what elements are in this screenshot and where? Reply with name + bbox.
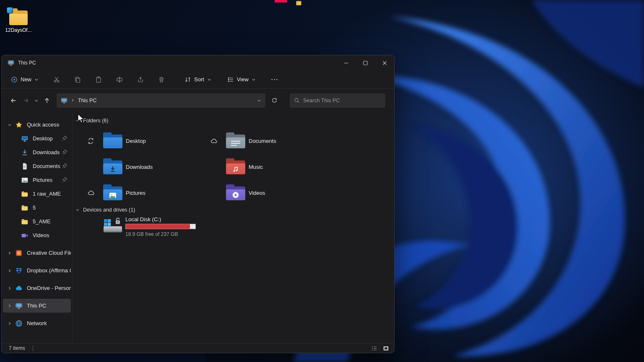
up-button[interactable]	[41, 94, 53, 107]
sidebar-item-label: Documents	[33, 163, 60, 169]
folder-tile-desktop[interactable]: Desktop	[87, 128, 210, 154]
delete-button[interactable]	[154, 73, 169, 86]
drive-free-space: 18.9 GB free of 237 GB	[125, 231, 178, 237]
chevron-down-icon	[34, 98, 39, 103]
close-button[interactable]	[375, 55, 394, 70]
forward-button[interactable]	[20, 94, 32, 107]
drive-name: Local Disk (C:)	[125, 216, 161, 222]
sidebar-item-quick-access[interactable]: Quick access	[3, 118, 71, 132]
this-pc-icon	[8, 59, 14, 66]
picture-icon	[21, 176, 29, 184]
recent-locations-button[interactable]	[32, 94, 41, 107]
sidebar-item-label: Dropbox (Affirma Cr	[27, 267, 71, 274]
search-box[interactable]	[290, 93, 385, 108]
sidebar-item-label: Creative Cloud Files	[27, 250, 71, 256]
chevron-right-icon[interactable]	[6, 269, 13, 273]
sync-status-icon	[87, 137, 94, 145]
search-icon	[294, 98, 300, 103]
breadcrumb-segment[interactable]: This PC	[78, 98, 96, 103]
folder-tile-music[interactable]: Music	[210, 154, 333, 180]
sidebar-item-downloads[interactable]: Downloads	[3, 145, 71, 159]
desktop-icon	[21, 135, 29, 142]
chevron-down-icon	[252, 78, 256, 82]
paste-button[interactable]	[91, 73, 106, 86]
search-input[interactable]	[303, 98, 381, 103]
chevron-right-icon[interactable]	[6, 251, 13, 255]
paste-icon	[95, 76, 102, 83]
video-icon	[21, 232, 29, 239]
sidebar-item-1-raw-ame[interactable]: 1 raw_AME	[3, 187, 71, 201]
sidebar-item-network[interactable]: Network	[3, 316, 71, 330]
folder-name: Documents	[249, 138, 276, 144]
view-button[interactable]: View	[223, 73, 260, 86]
sidebar-item-desktop[interactable]: Desktop	[3, 132, 71, 145]
more-options-button[interactable]: ⋯	[267, 73, 282, 86]
details-view-toggle[interactable]	[370, 344, 378, 352]
pin-icon	[61, 135, 68, 142]
mouse-cursor	[77, 113, 84, 124]
photo-glyph	[109, 192, 117, 199]
sidebar-item-videos[interactable]: Videos	[3, 228, 71, 242]
desktop-shortcut-12daysof[interactable]: 12DaysOf...	[3, 9, 34, 33]
windows-logo-icon	[104, 219, 111, 226]
folder-name: Desktop	[126, 138, 146, 144]
sidebar-item-onedrive[interactable]: OneDrive - Personal	[3, 281, 71, 295]
scissors-icon	[53, 76, 60, 83]
sidebar-item-5[interactable]: 5	[3, 201, 71, 215]
folder-icon-downloads	[103, 159, 122, 174]
sidebar-item-dropbox[interactable]: Dropbox (Affirma Cr	[3, 264, 71, 277]
sidebar-item-5-ame[interactable]: 5_AME	[3, 215, 71, 228]
folder-tile-downloads[interactable]: Downloads	[87, 154, 210, 180]
minimize-button[interactable]	[336, 55, 356, 70]
refresh-button[interactable]	[268, 94, 280, 107]
address-dropdown-icon[interactable]	[257, 98, 261, 103]
download-icon	[21, 149, 29, 156]
drive-usage-bar	[125, 224, 196, 229]
folder-tile-documents[interactable]: Documents	[210, 128, 333, 154]
sidebar-item-label: 5_AME	[33, 218, 51, 225]
copy-icon	[74, 76, 81, 83]
large-icons-view-toggle[interactable]	[382, 344, 390, 352]
sidebar-item-label: Pictures	[33, 177, 52, 183]
new-button[interactable]: New	[7, 73, 43, 86]
back-button[interactable]	[7, 94, 20, 107]
sidebar-item-pictures[interactable]: Pictures	[3, 173, 71, 187]
play-glyph	[232, 191, 239, 199]
cut-button[interactable]	[49, 73, 64, 86]
chevron-down-icon[interactable]	[6, 123, 13, 127]
folder-tile-pictures[interactable]: Pictures	[87, 180, 210, 206]
folder-icon-videos	[226, 185, 245, 200]
chevron-right-icon[interactable]	[6, 304, 13, 308]
folder-icon-documents	[226, 133, 245, 148]
chevron-right-icon[interactable]	[6, 286, 13, 290]
command-bar: New	[2, 70, 394, 89]
sidebar-item-documents[interactable]: Documents	[3, 159, 71, 173]
folders-grid: Desktop Documents	[87, 128, 333, 206]
chevron-down-icon	[75, 208, 80, 212]
file-explorer-window: This PC New	[1, 55, 395, 353]
address-breadcrumb[interactable]: This PC	[57, 93, 265, 108]
cloud-status-icon	[210, 138, 218, 144]
folder-icon	[21, 190, 29, 198]
sidebar-item-label: This PC	[27, 303, 46, 309]
sort-button[interactable]: Sort	[180, 73, 216, 86]
sidebar-item-label: 1 raw_AME	[33, 191, 61, 197]
chevron-down-icon	[34, 78, 39, 82]
view-icon	[227, 76, 234, 83]
copy-button[interactable]	[70, 73, 85, 86]
devices-section-header[interactable]: Devices and drives (1)	[75, 207, 135, 213]
share-button[interactable]	[133, 73, 148, 86]
folder-tile-videos[interactable]: Videos	[210, 180, 333, 206]
sidebar-item-creative-cloud-files[interactable]: Creative Cloud Files	[3, 246, 71, 260]
document-lines-glyph	[229, 140, 242, 147]
rename-button[interactable]	[112, 73, 127, 86]
forward-arrow-icon	[23, 97, 29, 104]
sidebar-item-this-pc[interactable]: This PC	[3, 299, 71, 313]
status-bar: 7 items	[2, 343, 394, 353]
drive-icon	[103, 216, 122, 235]
dropbox-icon	[15, 267, 23, 274]
chevron-right-icon[interactable]	[6, 321, 13, 326]
maximize-button[interactable]	[356, 55, 375, 70]
titlebar[interactable]: This PC	[2, 55, 394, 70]
network-globe-icon	[15, 320, 23, 327]
